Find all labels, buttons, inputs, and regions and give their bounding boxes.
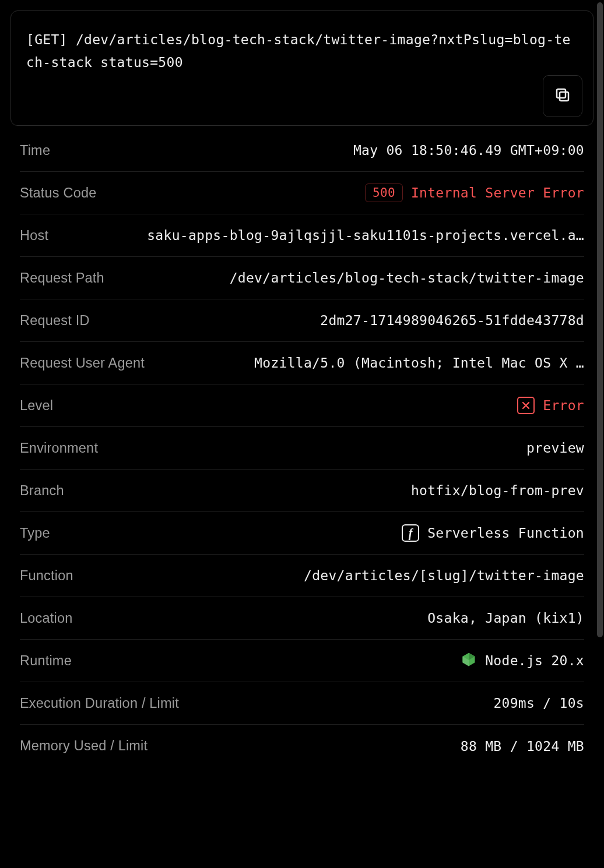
detail-rows: Time May 06 18:50:46.49 GMT+09:00 Status… — [10, 129, 594, 767]
status-code-text: Internal Server Error — [411, 185, 584, 200]
row-runtime: Runtime Node.js 20.x — [20, 640, 584, 682]
label-host: Host — [20, 228, 48, 244]
value-request-id: 2dm27-1714989046265-51fdde43778d — [320, 313, 584, 328]
value-environment: preview — [526, 440, 584, 456]
label-branch: Branch — [20, 483, 64, 499]
row-time: Time May 06 18:50:46.49 GMT+09:00 — [20, 129, 584, 172]
row-memory: Memory Used / Limit 88 MB / 1024 MB — [20, 725, 584, 767]
value-memory: 88 MB / 1024 MB — [461, 739, 584, 754]
row-host: Host saku-apps-blog-9ajlqsjjl-saku1101s-… — [20, 214, 584, 257]
row-location: Location Osaka, Japan (kix1) — [20, 597, 584, 640]
row-environment: Environment preview — [20, 427, 584, 470]
request-line: [GET] /dev/articles/blog-tech-stack/twit… — [26, 29, 578, 74]
label-location: Location — [20, 611, 72, 626]
function-icon: f — [402, 524, 419, 542]
label-memory: Memory Used / Limit — [20, 738, 148, 754]
value-runtime: Node.js 20.x — [485, 653, 584, 668]
value-function: /dev/articles/[slug]/twitter-image — [304, 568, 584, 583]
row-user-agent: Request User Agent Mozilla/5.0 (Macintos… — [20, 342, 584, 384]
value-user-agent: Mozilla/5.0 (Macintosh; Intel Mac OS X … — [254, 355, 584, 371]
label-exec-duration: Execution Duration / Limit — [20, 696, 179, 711]
nodejs-icon — [461, 651, 477, 671]
row-exec-duration: Execution Duration / Limit 209ms / 10s — [20, 682, 584, 725]
label-runtime: Runtime — [20, 653, 72, 669]
label-type: Type — [20, 525, 50, 541]
copy-button[interactable] — [543, 75, 582, 117]
svg-rect-0 — [560, 92, 568, 101]
row-function: Function /dev/articles/[slug]/twitter-im… — [20, 555, 584, 597]
value-location: Osaka, Japan (kix1) — [427, 611, 584, 626]
request-summary-box: [GET] /dev/articles/blog-tech-stack/twit… — [10, 10, 594, 126]
value-request-path: /dev/articles/blog-tech-stack/twitter-im… — [230, 270, 584, 285]
value-host: saku-apps-blog-9ajlqsjjl-saku1101s-proje… — [147, 228, 584, 243]
label-request-id: Request ID — [20, 313, 90, 329]
row-level: Level Error — [20, 384, 584, 427]
label-environment: Environment — [20, 440, 98, 456]
row-request-id: Request ID 2dm27-1714989046265-51fdde437… — [20, 299, 584, 342]
label-function: Function — [20, 568, 73, 584]
log-detail-panel: [GET] /dev/articles/blog-tech-stack/twit… — [0, 0, 604, 868]
value-level: Error — [543, 398, 584, 413]
status-code-pill: 500 — [365, 184, 403, 202]
value-time: May 06 18:50:46.49 GMT+09:00 — [353, 143, 584, 158]
label-status-code: Status Code — [20, 185, 97, 201]
value-exec-duration: 209ms / 10s — [493, 696, 584, 711]
row-type: Type f Serverless Function — [20, 512, 584, 555]
label-user-agent: Request User Agent — [20, 355, 145, 371]
value-branch: hotfix/blog-from-prev — [411, 483, 584, 498]
error-icon — [517, 397, 535, 414]
copy-icon — [554, 86, 571, 107]
row-branch: Branch hotfix/blog-from-prev — [20, 470, 584, 512]
label-request-path: Request Path — [20, 270, 104, 286]
scrollbar[interactable] — [597, 2, 603, 637]
label-level: Level — [20, 398, 53, 414]
value-type: Serverless Function — [427, 525, 584, 541]
svg-rect-1 — [557, 89, 566, 98]
row-status-code: Status Code 500 Internal Server Error — [20, 172, 584, 214]
label-time: Time — [20, 143, 50, 158]
row-request-path: Request Path /dev/articles/blog-tech-sta… — [20, 257, 584, 299]
